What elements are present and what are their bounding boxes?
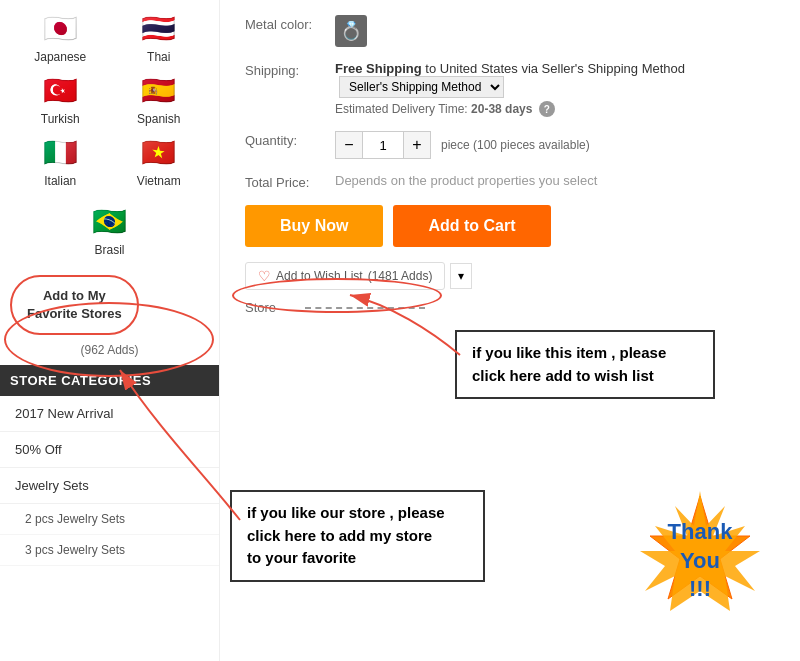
category-jewelry-sets[interactable]: Jewelry Sets <box>0 468 219 504</box>
help-icon[interactable]: ? <box>539 101 555 117</box>
quantity-label: Quantity: <box>245 131 335 148</box>
shipping-row: Shipping: Free Shipping to United States… <box>245 61 780 117</box>
buy-now-button[interactable]: Buy Now <box>245 205 383 247</box>
total-price-text: Depends on the product properties you se… <box>335 173 597 188</box>
store-row: Store <box>245 300 780 315</box>
store-label: Store <box>245 300 305 315</box>
add-to-wishlist-button[interactable]: ♡ Add to Wish List (1481 Adds) <box>245 262 445 290</box>
lang-label-japanese: Japanese <box>34 50 86 64</box>
lang-item-thai[interactable]: 🇹🇭 Thai <box>114 10 205 64</box>
delivery-label: Estimated Delivery Time: <box>335 102 468 116</box>
sidebar: 🇯🇵 Japanese 🇹🇭 Thai 🇹🇷 Turkish 🇪🇸 Spanis… <box>0 0 220 661</box>
metal-color-image[interactable]: 💍 <box>335 15 367 47</box>
subcategory-3pcs-jewelry-sets[interactable]: 3 pcs Jewelry Sets <box>0 535 219 566</box>
flag-brasil: 🇧🇷 <box>86 203 134 239</box>
metal-color-row: Metal color: 💍 <box>245 15 780 47</box>
quantity-increase-button[interactable]: + <box>403 131 431 159</box>
main-content: Metal color: 💍 Shipping: Free Shipping t… <box>225 0 800 330</box>
lang-label-vietnam: Vietnam <box>137 174 181 188</box>
heart-icon: ♡ <box>258 268 271 284</box>
wishlist-row: ♡ Add to Wish List (1481 Adds) ▾ <box>245 262 780 290</box>
category-50-off[interactable]: 50% Off <box>0 432 219 468</box>
quantity-decrease-button[interactable]: − <box>335 131 363 159</box>
flag-turkish: 🇹🇷 <box>36 72 84 108</box>
delivery-time: Estimated Delivery Time: 20-38 days ? <box>335 101 780 117</box>
quantity-info: piece (100 pieces available) <box>441 138 590 152</box>
annotation-store-text: if you like our store , pleaseclick here… <box>247 504 445 566</box>
metal-color-label: Metal color: <box>245 15 335 32</box>
flag-spanish: 🇪🇸 <box>135 72 183 108</box>
annotation-store: if you like our store , pleaseclick here… <box>230 490 485 582</box>
store-categories-header: STORE CATEGORIES <box>0 365 219 396</box>
language-grid: 🇯🇵 Japanese 🇹🇭 Thai 🇹🇷 Turkish 🇪🇸 Spanis… <box>0 0 219 198</box>
quantity-row: Quantity: − 1 + piece (100 pieces availa… <box>245 131 780 159</box>
favorite-stores-adds-count: (962 Adds) <box>0 343 219 357</box>
quantity-control: − 1 + piece (100 pieces available) <box>335 131 780 159</box>
wishlist-adds-count: (1481 Adds) <box>368 269 433 283</box>
flag-italian: 🇮🇹 <box>36 134 84 170</box>
shipping-value: Free Shipping to United States via Selle… <box>335 61 780 117</box>
flag-vietnam: 🇻🇳 <box>135 134 183 170</box>
lang-item-spanish[interactable]: 🇪🇸 Spanish <box>114 72 205 126</box>
subcategory-2pcs-jewelry-sets[interactable]: 2 pcs Jewelry Sets <box>0 504 219 535</box>
lang-label-spanish: Spanish <box>137 112 180 126</box>
shipping-text: Free Shipping to United States via Selle… <box>335 61 780 98</box>
flag-japanese: 🇯🇵 <box>36 10 84 46</box>
lang-item-vietnam[interactable]: 🇻🇳 Vietnam <box>114 134 205 188</box>
lang-label-turkish: Turkish <box>41 112 80 126</box>
starburst-text: Thank You!!! <box>665 518 735 604</box>
lang-label-brasil: Brasil <box>94 243 124 257</box>
flag-thai: 🇹🇭 <box>135 10 183 46</box>
wishlist-dropdown-button[interactable]: ▾ <box>450 263 472 289</box>
category-2017-new-arrival[interactable]: 2017 New Arrival <box>0 396 219 432</box>
starburst-container: Thank You!!! <box>630 491 770 631</box>
metal-color-value: 💍 <box>335 15 780 47</box>
lang-item-brasil[interactable]: 🇧🇷 Brasil <box>0 198 219 267</box>
annotation-wishlist: if you like this item , pleaseclick here… <box>455 330 715 399</box>
wishlist-label: Add to Wish List <box>276 269 363 283</box>
store-dashed-line <box>305 307 425 309</box>
lang-item-turkish[interactable]: 🇹🇷 Turkish <box>15 72 106 126</box>
lang-item-italian[interactable]: 🇮🇹 Italian <box>15 134 106 188</box>
shipping-label: Shipping: <box>245 61 335 78</box>
lang-label-thai: Thai <box>147 50 170 64</box>
total-price-value: Depends on the product properties you se… <box>335 173 780 188</box>
quantity-value: − 1 + piece (100 pieces available) <box>335 131 780 159</box>
quantity-number: 1 <box>363 131 403 159</box>
total-price-label: Total Price: <box>245 173 335 190</box>
action-buttons: Buy Now Add to Cart <box>245 205 780 247</box>
annotation-wishlist-text: if you like this item , pleaseclick here… <box>472 344 666 384</box>
delivery-days: 20-38 days <box>471 102 532 116</box>
total-price-row: Total Price: Depends on the product prop… <box>245 173 780 190</box>
add-to-favorite-stores-button[interactable]: Add to MyFavorite Stores <box>10 275 139 335</box>
lang-item-japanese[interactable]: 🇯🇵 Japanese <box>15 10 106 64</box>
shipping-method-select[interactable]: Seller's Shipping Method <box>339 76 504 98</box>
add-to-cart-button[interactable]: Add to Cart <box>393 205 550 247</box>
lang-label-italian: Italian <box>44 174 76 188</box>
